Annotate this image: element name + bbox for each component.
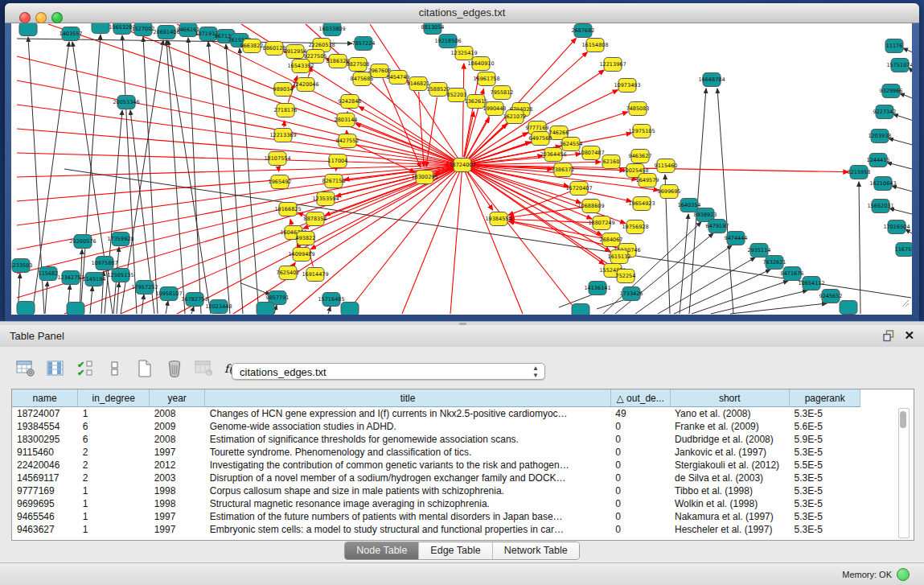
table-settings-button[interactable]: [15, 358, 36, 379]
graph-node[interactable]: 10688609: [577, 200, 604, 213]
graph-node[interactable]: 2687682: [572, 24, 595, 38]
table-cell[interactable]: 6: [78, 420, 150, 433]
graph-node[interactable]: 11176: [885, 39, 903, 53]
table-cell[interactable]: 9463627: [12, 523, 78, 536]
graph-edge[interactable]: [90, 286, 92, 314]
table-cell[interactable]: 2008: [150, 433, 205, 446]
graph-node[interactable]: 9474444: [725, 232, 748, 245]
table-row[interactable]: 1872400712008Changes of HCN gene express…: [12, 407, 914, 421]
graph-node[interactable]: 18107554: [264, 152, 290, 166]
network-canvas[interactable]: 1403557106532871527002206914069466161107…: [11, 23, 912, 315]
table-cell[interactable]: 6: [78, 433, 150, 446]
table-cell[interactable]: 2012: [150, 459, 205, 472]
graph-edge[interactable]: [730, 303, 827, 314]
graph-node[interactable]: 1145194: [83, 273, 106, 286]
graph-node[interactable]: 17016504: [883, 220, 910, 234]
graph-node[interactable]: 8267150: [322, 175, 346, 188]
table-cell[interactable]: 9465546: [12, 510, 78, 523]
table-cell[interactable]: 0: [610, 484, 670, 497]
table-cell[interactable]: Changes of HCN gene expression and I(f) …: [205, 407, 611, 421]
graph-edge[interactable]: [17, 105, 462, 165]
table-cell[interactable]: 1997: [150, 446, 205, 459]
graph-edge[interactable]: [346, 165, 462, 314]
graph-edge[interactable]: [717, 89, 733, 314]
graph-edge[interactable]: [241, 283, 270, 295]
delete-table-button-disabled[interactable]: x: [194, 358, 215, 379]
table-cell[interactable]: 1: [78, 523, 150, 536]
table-cell[interactable]: Nakamura et al. (1997): [670, 510, 790, 523]
table-cell[interactable]: 5.3E-5: [790, 446, 860, 459]
table-cell[interactable]: Jankovic et al. (1997): [670, 446, 790, 459]
table-cell[interactable]: Disruption of a novel member of a sodium…: [205, 472, 611, 484]
tab-node-table[interactable]: Node Table: [345, 542, 418, 559]
graph-node[interactable]: 8860128: [263, 42, 286, 56]
table-cell[interactable]: 1: [78, 510, 150, 523]
table-row[interactable]: 911546021997Tourette syndrome. Phenomeno…: [12, 446, 914, 459]
table-cell[interactable]: 2009: [150, 420, 205, 433]
tab-network-table[interactable]: Network Table: [492, 542, 579, 559]
table-cell[interactable]: 5.3E-5: [790, 510, 860, 523]
table-cell[interactable]: Wolkin et al. (1998): [670, 497, 790, 510]
graph-node[interactable]: 10654112: [798, 277, 824, 290]
graph-node[interactable]: [19, 23, 37, 36]
graph-edge[interactable]: [909, 68, 912, 76]
graph-edge[interactable]: [226, 44, 243, 314]
graph-node[interactable]: 9242848: [339, 95, 362, 109]
table-cell[interactable]: Investigating the contribution of common…: [205, 459, 611, 472]
graph-node[interactable]: 14136141: [584, 282, 610, 295]
table-cell[interactable]: Estimation of significance thresholds fo…: [205, 433, 611, 446]
graph-edge[interactable]: [143, 37, 158, 314]
graph-edge[interactable]: [191, 307, 194, 314]
graph-node[interactable]: 1244415: [867, 154, 890, 167]
graph-node[interactable]: [840, 301, 857, 315]
graph-edge[interactable]: [290, 220, 292, 225]
graph-node[interactable]: 7857224: [352, 37, 376, 51]
graph-node[interactable]: 3624554: [560, 138, 583, 151]
graph-node[interactable]: 1649579: [636, 174, 659, 187]
table-cell[interactable]: de Silva et al. (2003): [670, 472, 790, 484]
graph-edge[interactable]: [17, 165, 462, 177]
table-cell[interactable]: 5.3E-5: [790, 472, 860, 484]
table-cell[interactable]: Genome-wide association studies in ADHD.: [205, 420, 611, 433]
graph-node[interactable]: 989034: [273, 83, 294, 97]
graph-node[interactable]: 1203938: [869, 130, 892, 143]
float-window-icon[interactable]: [883, 330, 895, 342]
graph-edge[interactable]: [233, 165, 462, 314]
select-columns-button[interactable]: ✔✔: [75, 358, 96, 379]
graph-node[interactable]: [572, 304, 589, 315]
table-select-dropdown[interactable]: citations_edges.txt ▲▼: [232, 363, 545, 380]
graph-node[interactable]: 1965492: [269, 175, 292, 189]
table-cell[interactable]: 5.9E-5: [790, 433, 860, 446]
table-cell[interactable]: 1998: [150, 497, 205, 510]
table-cell[interactable]: Corpus callosum shape and size in male p…: [205, 484, 611, 497]
citation-graph[interactable]: 1403557106532871527002206914069466161107…: [11, 23, 912, 315]
graph-edge[interactable]: [188, 38, 201, 314]
graph-node[interactable]: 9427552: [336, 134, 359, 148]
graph-edge[interactable]: [284, 121, 285, 127]
table-row[interactable]: 1938455462009Genome-wide association stu…: [12, 420, 914, 433]
graph-node[interactable]: 16154808: [581, 39, 608, 52]
table-cell[interactable]: 2008: [150, 407, 205, 421]
graph-node[interactable]: [341, 303, 359, 315]
graph-node[interactable]: 8215958: [848, 166, 871, 179]
table-cell[interactable]: 0: [610, 523, 670, 536]
table-cell[interactable]: Hescheler et al. (1997): [670, 523, 790, 536]
graph-node[interactable]: 6479197: [706, 220, 729, 233]
graph-node[interactable]: 8471676: [781, 267, 804, 281]
graph-edge[interactable]: [889, 138, 912, 146]
resize-grip-icon[interactable]: [902, 300, 909, 307]
graph-node[interactable]: [17, 302, 35, 315]
graph-node[interactable]: 8475685: [351, 72, 374, 86]
table-scrollbar[interactable]: [898, 408, 910, 538]
resize-grip-icon[interactable]: [906, 303, 909, 307]
graph-edge[interactable]: [859, 182, 860, 314]
graph-edge[interactable]: [17, 129, 462, 165]
graph-edge[interactable]: [105, 110, 122, 314]
graph-edge[interactable]: [468, 124, 507, 159]
graph-edge[interactable]: [462, 165, 523, 314]
table-cell[interactable]: 2: [78, 472, 150, 484]
table-row[interactable]: 1830029562008Estimation of significance …: [12, 433, 914, 446]
table-row[interactable]: 1456911722003Disruption of a novel membe…: [12, 472, 914, 484]
table-cell[interactable]: 9115460: [12, 446, 78, 459]
memory-ok-indicator-icon[interactable]: [897, 568, 910, 581]
